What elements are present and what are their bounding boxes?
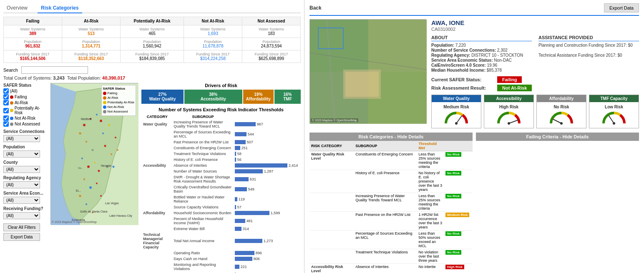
population-select[interactable]: (All) <box>3 150 40 158</box>
population-label: Population <box>3 145 47 149</box>
map-thumb-credit: © 2023 Mapbox © OpenStreetMap <box>311 118 358 122</box>
info-connections: Number of Service Connections: 2,302 <box>431 48 532 53</box>
chart-subgroup: Treatment Technique Violations <box>173 151 233 156</box>
risk-assessment-label: Risk Assessment Result: <box>431 85 494 90</box>
risk-categories-header[interactable]: Risk Categories - Hide Details <box>309 133 473 141</box>
failing-criteria-header[interactable]: Failing Criteria - Hide Details <box>476 133 639 141</box>
map-area[interactable]: Medford Nevada El... Las Vegas Lake Hava… <box>50 83 138 225</box>
status-table: Failing At-Risk Potentially At-Risk Not … <box>3 17 301 63</box>
receiving-funding-filter: Receiving Funding? (All) <box>3 206 47 219</box>
chart-bar-cell: 481 <box>234 216 300 225</box>
risk-badge: No Risk <box>445 152 461 157</box>
chart-category: Technical Managerial Financial Capacity <box>142 232 172 250</box>
safer-status-filter: SAFER Status (All) Failing At-Risk Poten… <box>3 83 47 127</box>
svg-text:Sa...: Sa... <box>78 167 83 169</box>
chart-bar-value: 57 <box>237 205 242 209</box>
svg-line-47 <box>456 116 462 123</box>
chart-subgroup: Absence of Interties <box>173 163 233 168</box>
chart-category <box>142 262 172 271</box>
driver-water-quality: 27%Water Quality <box>141 90 184 104</box>
chart-row: Critically Overdrafted Groundwater Basin… <box>142 185 300 194</box>
regulating-agency-select[interactable]: (All) <box>3 181 40 188</box>
search-label: Search <box>3 68 18 73</box>
chart-bar <box>235 239 262 243</box>
export-data-button[interactable]: Export Data <box>604 3 639 13</box>
chart-row: Accessibility Absence of Interties 2,414 <box>142 163 300 168</box>
chart-row: Operating Ratio 896 <box>142 250 300 255</box>
risk-table-row: Past Presence on the HR2W List 1 HR2W li… <box>309 212 473 230</box>
right-top-bar: Back Export Data <box>309 3 639 16</box>
tab-overview[interactable]: Overview <box>3 3 31 13</box>
chart-bar <box>235 205 236 209</box>
service-area-select[interactable]: (All) <box>3 197 40 204</box>
driver-accessibility: 38%Accessibility <box>184 90 242 104</box>
check-all[interactable]: (All) <box>3 88 47 94</box>
svg-text:Golfo de Santa Clara: Golfo de Santa Clara <box>80 210 107 213</box>
chart-table: CATEGORY SUBGROUP Water Quality Increasi… <box>141 114 301 273</box>
chart-bar-value: 631 <box>250 177 256 181</box>
col-not-at-risk: Not At-Risk <box>184 17 242 25</box>
service-connections-select[interactable]: (All) <box>3 135 40 142</box>
info-technical-funding: Technical Assistance Funding Since 2017:… <box>538 53 639 58</box>
chart-bar-value: 544 <box>248 132 254 136</box>
risk-table-row: Percentage of Sources Exceeding an MCL L… <box>309 230 473 249</box>
check-not-assessed[interactable]: Not Assessed <box>3 121 47 127</box>
chart-bar-value: 1,599 <box>271 211 280 215</box>
chart-bar-cell: 549 <box>234 185 300 194</box>
risk-level-cell: No Risk <box>444 193 473 212</box>
risk-assessment-row: Risk Assessment Result: Not At-Risk <box>431 85 639 91</box>
risk-level-cell: No Risk <box>444 230 473 249</box>
risk-table-row: History of E. coli Presence No history o… <box>309 170 473 193</box>
check-not-at-risk[interactable]: Not At-Risk <box>3 115 47 121</box>
chart-subgroup: Operating Ratio <box>173 250 233 255</box>
chart-row: Source Capacity Violations 57 <box>142 205 300 210</box>
risk-assessment-value: Not At-Risk <box>497 85 532 91</box>
chart-bar-cell: 806 <box>234 256 300 261</box>
chart-bar <box>235 152 236 156</box>
county-select[interactable]: (All) <box>3 166 40 173</box>
risk-badge: Medium Risk <box>445 213 469 217</box>
svg-point-18 <box>86 203 87 205</box>
info-columns: ABOUT Population: 7,220 Number of Servic… <box>431 35 639 73</box>
chart-bar-value: 896 <box>256 251 262 255</box>
check-at-risk[interactable]: At-Risk <box>3 100 47 105</box>
chart-subgroup: Percent of Median Household Income (%MHI… <box>173 216 233 225</box>
check-potentially[interactable]: Potentially At-Risk <box>3 106 47 115</box>
tab-risk-categories[interactable]: Risk Categories <box>38 3 82 13</box>
chart-bar <box>235 187 247 191</box>
svg-point-52 <box>560 122 563 125</box>
chart-subgroup: Critically Overdrafted Groundwater Basin <box>173 185 233 194</box>
system-info: AWA, IONE CA0310002 ABOUT Population: 7,… <box>431 19 639 128</box>
info-income: Median Household Income: $85,378 <box>431 68 532 73</box>
risk-subgroup-cell: Percentage of Sources Exceeding an MCL <box>354 230 417 249</box>
receiving-funding-select[interactable]: (All) <box>3 212 40 219</box>
svg-rect-45 <box>345 72 379 97</box>
chart-bar-value: 251 <box>242 146 248 150</box>
risk-table-row: Water Quality Risk Level Constituents of… <box>309 151 473 170</box>
system-id: CA0310002 <box>431 27 639 32</box>
search-input[interactable] <box>21 66 88 74</box>
chart-category <box>142 256 172 261</box>
svg-point-19 <box>104 145 106 147</box>
chart-bar-value: 314 <box>243 227 249 231</box>
svg-point-54 <box>613 122 615 125</box>
map-thumbnail[interactable]: © 2023 Mapbox © OpenStreetMap <box>309 19 426 123</box>
clear-all-filters-button[interactable]: Clear All Filters <box>3 223 40 231</box>
chart-bar-cell: 1,599 <box>234 210 300 215</box>
total-row: Total Count of Systems: 3,243 Total Popu… <box>3 75 301 80</box>
svg-text:Las Vegas: Las Vegas <box>105 202 119 205</box>
svg-point-8 <box>86 141 87 143</box>
chart-bar-value: 806 <box>254 257 260 261</box>
info-calenviro: CalEnviroScreen 4.0 Score: 19.96 <box>431 63 532 68</box>
export-data-button-left[interactable]: Export Data <box>3 233 40 241</box>
back-button[interactable]: Back <box>309 5 322 11</box>
check-failing[interactable]: Failing <box>3 94 47 100</box>
svg-line-49 <box>509 120 518 123</box>
table-row-funding: Funding Since 2017$165,144,506 Funding S… <box>4 50 301 63</box>
about-title: ABOUT <box>431 35 532 41</box>
service-connections-label: Service Connections <box>3 129 47 134</box>
risk-subgroup-cell: Increasing Presence of Water Quality Tre… <box>354 193 417 212</box>
col-potentially: Potentially At-Risk <box>121 17 184 25</box>
col-subgroup: SUBGROUP <box>173 115 233 119</box>
chart-row: Extreme Water Bill 314 <box>142 226 300 231</box>
